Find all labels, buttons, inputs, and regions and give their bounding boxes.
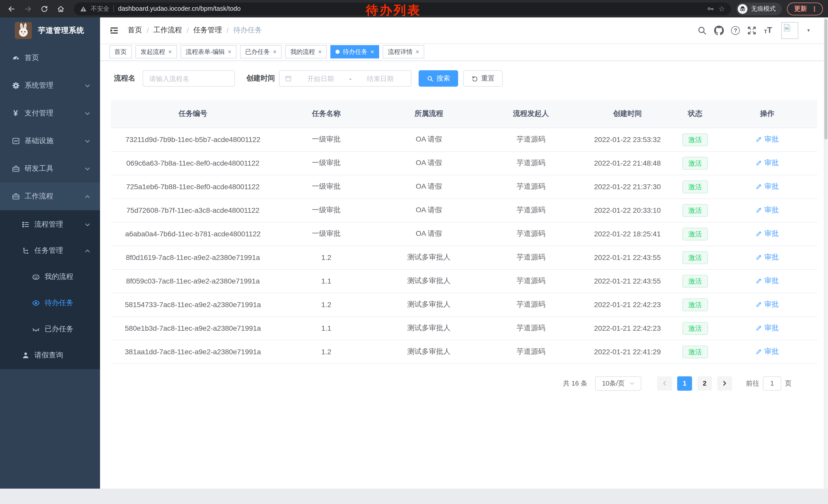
- sidebar-item-label: 我的流程: [45, 272, 73, 281]
- approve-link[interactable]: 审批: [756, 276, 779, 286]
- approve-link[interactable]: 审批: [756, 205, 779, 215]
- sidebar-item-todo-tasks[interactable]: 待办任务: [0, 290, 100, 316]
- sidebar-collapse-icon[interactable]: [109, 26, 119, 35]
- search-button[interactable]: 搜索: [419, 70, 458, 87]
- page-scrollbar[interactable]: [824, 17, 828, 489]
- close-icon[interactable]: ×: [318, 49, 322, 55]
- tab-done-tasks[interactable]: 已办任务×: [240, 45, 282, 58]
- tree-list-icon: [21, 220, 30, 229]
- sidebar-item-my-process[interactable]: 我的流程: [0, 264, 100, 290]
- sidebar-item-task-mgmt[interactable]: 任务管理: [0, 237, 100, 264]
- font-size-icon[interactable]: TT: [764, 26, 772, 34]
- update-button[interactable]: 更新 ⋮: [787, 2, 823, 15]
- tab-process-detail[interactable]: 流程详情×: [383, 45, 424, 58]
- breadcrumb-separator: /: [187, 26, 189, 34]
- approve-link[interactable]: 审批: [756, 300, 779, 309]
- next-page-button[interactable]: [717, 376, 732, 391]
- table-row: 8f0d1619-7ac8-11ec-a9e2-a2380e71991a1.2测…: [111, 245, 817, 269]
- approve-link[interactable]: 审批: [756, 347, 779, 356]
- avatar-caret-icon[interactable]: ▼: [806, 28, 811, 33]
- close-icon[interactable]: ×: [416, 49, 419, 55]
- status-badge: 激活: [682, 180, 708, 193]
- table-header-row: 任务编号 任务名称 所属流程 流程发起人 创建时间 状态 操作: [111, 100, 817, 128]
- search-icon[interactable]: [697, 26, 707, 35]
- bookmark-star-icon[interactable]: ☆: [718, 5, 725, 12]
- breadcrumb-separator: /: [227, 26, 229, 34]
- goto-page: 前往 页: [746, 376, 792, 391]
- sidebar-item-home[interactable]: 首页: [0, 44, 100, 72]
- status-badge: 激活: [682, 251, 708, 264]
- breadcrumb-task-mgmt[interactable]: 任务管理: [194, 26, 222, 35]
- browser-menu-icon[interactable]: ⋮: [811, 5, 818, 12]
- url-bar[interactable]: 不安全 dashboard.yudao.iocoder.cn/bpm/task/…: [74, 2, 731, 15]
- close-icon[interactable]: ×: [273, 49, 277, 55]
- robot-face-icon: [31, 272, 40, 281]
- approve-link[interactable]: 审批: [756, 158, 779, 168]
- table-row: 069c6a63-7b8a-11ec-8ef0-acde48001122一级审批…: [111, 151, 817, 175]
- fullscreen-icon[interactable]: [747, 26, 757, 35]
- sidebar-item-leave-query[interactable]: 请假查询: [0, 342, 100, 368]
- approve-link[interactable]: 审批: [756, 182, 779, 191]
- reload-icon[interactable]: [38, 3, 50, 15]
- sidebar-item-label: 基础设施: [25, 136, 53, 146]
- chevron-up-icon: [85, 248, 90, 254]
- url-text[interactable]: dashboard.yudao.iocoder.cn/bpm/task/todo: [118, 5, 703, 12]
- password-key-icon[interactable]: [707, 5, 714, 12]
- close-icon[interactable]: ×: [370, 49, 374, 55]
- page-size-select[interactable]: 10条/页: [595, 376, 641, 391]
- sidebar-item-infra[interactable]: 基础设施: [0, 127, 100, 155]
- app-logo-row[interactable]: 芋道管理系统: [0, 17, 100, 43]
- home-icon[interactable]: [54, 3, 67, 15]
- github-icon[interactable]: [714, 26, 724, 35]
- chevron-down-icon: [85, 111, 90, 117]
- sidebar-item-process-mgmt[interactable]: 流程管理: [0, 211, 100, 237]
- table-row: 580e1b3d-7ac8-11ec-a9e2-a2380e71991a1.1测…: [111, 316, 817, 340]
- prev-page-button[interactable]: [657, 376, 672, 391]
- sidebar-item-workflow[interactable]: 工作流程: [0, 183, 100, 210]
- page-2-button[interactable]: 2: [697, 376, 712, 391]
- process-name-input[interactable]: [142, 70, 235, 87]
- dashboard-icon: [11, 54, 20, 62]
- page-content: 流程名 创建时间 - 搜索 重置: [100, 61, 828, 489]
- tab-home[interactable]: 首页: [109, 45, 132, 58]
- date-range-picker[interactable]: -: [279, 70, 411, 87]
- pagination-total: 共 16 条: [563, 379, 587, 388]
- approve-link[interactable]: 审批: [756, 253, 779, 262]
- table-row: 8f059c03-7ac8-11ec-a9e2-a2380e71991a1.1测…: [111, 269, 817, 293]
- tab-todo-tasks[interactable]: 待办任务×: [330, 45, 379, 58]
- end-date-input[interactable]: [355, 75, 406, 82]
- tab-form-edit[interactable]: 流程表单-编辑×: [180, 45, 237, 58]
- tab-my-process[interactable]: 我的流程×: [285, 45, 327, 58]
- status-badge: 激活: [682, 156, 708, 170]
- reset-button[interactable]: 重置: [463, 70, 503, 87]
- sidebar-item-payment[interactable]: ¥ 支付管理: [0, 99, 100, 127]
- sidebar-item-label: 支付管理: [25, 109, 53, 118]
- help-icon[interactable]: ?: [731, 26, 740, 35]
- sidebar-item-devtools[interactable]: 研发工具: [0, 155, 100, 183]
- toolbox-icon: [11, 164, 20, 173]
- avatar[interactable]: [781, 22, 798, 39]
- scrollbar-thumb[interactable]: [824, 19, 827, 139]
- approve-link[interactable]: 审批: [756, 229, 779, 238]
- sidebar-menu: 首页 系统管理 ¥ 支付管理 基础设施: [0, 43, 100, 369]
- calendar-icon: [285, 75, 292, 82]
- breadcrumb-home[interactable]: 首页: [128, 26, 142, 35]
- forward-icon[interactable]: [22, 3, 34, 15]
- breadcrumb-workflow[interactable]: 工作流程: [153, 26, 182, 35]
- status-badge: 激活: [682, 322, 708, 334]
- approve-link[interactable]: 审批: [756, 324, 779, 333]
- tab-start-process[interactable]: 发起流程×: [135, 45, 177, 58]
- chevron-down-icon: [85, 83, 90, 89]
- close-icon[interactable]: ×: [168, 49, 172, 55]
- range-separator: -: [349, 75, 352, 82]
- start-date-input[interactable]: [295, 75, 346, 82]
- back-icon[interactable]: [5, 3, 17, 15]
- eye-closed-icon: [31, 325, 40, 333]
- sidebar-item-system[interactable]: 系统管理: [0, 72, 100, 99]
- goto-page-input[interactable]: [763, 376, 781, 391]
- close-icon[interactable]: ×: [228, 49, 232, 55]
- table-row: 725a1eb6-7b88-11ec-8ef0-acde48001122一级审批…: [111, 175, 817, 198]
- sidebar-item-done-tasks[interactable]: 已办任务: [0, 316, 100, 342]
- approve-link[interactable]: 审批: [756, 135, 779, 144]
- page-1-button[interactable]: 1: [677, 376, 692, 391]
